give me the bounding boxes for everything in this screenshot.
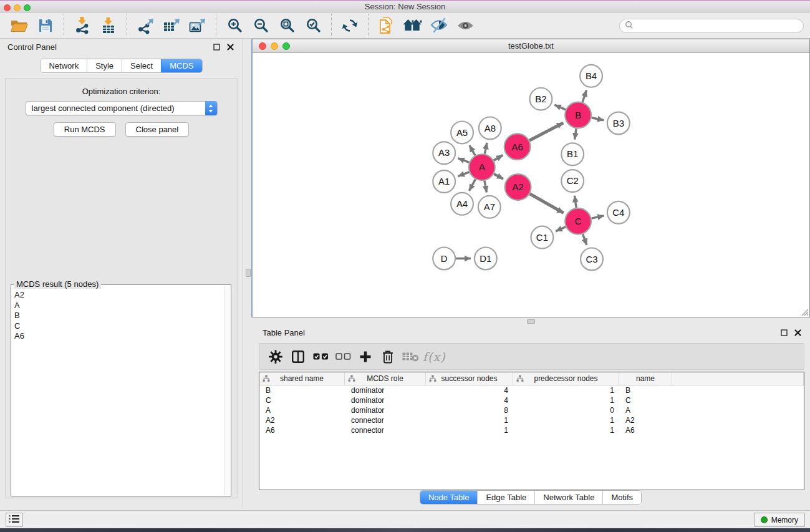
graph-edge-B-B2[interactable] (554, 105, 566, 110)
close-panel-button[interactable]: Close panel (125, 122, 190, 137)
graph-node-A4[interactable]: A4 (451, 193, 473, 215)
save-icon[interactable] (34, 14, 57, 37)
search-field[interactable] (619, 19, 804, 33)
open-folder-icon[interactable] (8, 14, 31, 37)
table-cell[interactable] (672, 385, 804, 395)
mcds-result-item[interactable]: A6 (14, 331, 223, 342)
graph-edge-A-A7[interactable] (485, 181, 487, 193)
zoom-selected-icon[interactable] (302, 14, 324, 37)
minimize-window-button[interactable] (14, 4, 21, 11)
graph-edge-A-A6[interactable] (494, 155, 503, 160)
network-file-icon[interactable] (375, 14, 398, 37)
table-cell[interactable]: 0 (513, 405, 619, 415)
graph-edge-A-A1[interactable] (458, 172, 470, 177)
table-cell[interactable]: B (259, 385, 345, 395)
graph-node-B2[interactable]: B2 (530, 88, 552, 110)
table-cell[interactable]: dominator (345, 385, 426, 395)
graph-edge-A-A2[interactable] (494, 174, 503, 179)
gear-icon[interactable] (266, 347, 286, 367)
memory-button[interactable]: Memory (754, 513, 805, 527)
float-panel-icon[interactable] (212, 42, 221, 52)
eye-slash-icon[interactable] (428, 14, 450, 37)
tab-mcds[interactable]: MCDS (161, 59, 201, 72)
graph-edge-C-C3[interactable] (583, 234, 587, 245)
close-table-panel-icon[interactable] (793, 328, 803, 337)
graph-node-B1[interactable]: B1 (561, 143, 584, 165)
graph-edge-B-B3[interactable] (592, 118, 604, 120)
uncheck-pair-icon[interactable] (333, 347, 353, 367)
table-cell[interactable] (672, 425, 804, 435)
optimization-criterion-dropdown[interactable]: largest connected component (directed) (26, 101, 218, 115)
table-row[interactable]: A2connector11A2 (259, 415, 804, 425)
graph-edge-C-C2[interactable] (574, 196, 576, 208)
column-header-shared-name[interactable]: shared name (259, 372, 345, 385)
check-pair-icon[interactable] (311, 347, 330, 367)
graph-edge-A-A3[interactable] (458, 158, 470, 163)
table-row[interactable]: A6connector11A6 (259, 425, 804, 435)
tab-style[interactable]: Style (87, 59, 122, 72)
column-header-name[interactable]: name (619, 372, 672, 385)
tab-edge-table[interactable]: Edge Table (477, 491, 534, 504)
tab-motifs[interactable]: Motifs (602, 491, 641, 504)
graph-node-C3[interactable]: C3 (581, 248, 603, 271)
zoom-window-button[interactable] (24, 4, 31, 11)
graph-node-B4[interactable]: B4 (580, 65, 602, 87)
graph-node-A5[interactable]: A5 (451, 121, 473, 143)
close-window-button[interactable] (4, 4, 11, 11)
table-cell[interactable]: A (259, 405, 345, 415)
table-row[interactable]: Cdominator41C (259, 395, 804, 405)
tab-network-table[interactable]: Network Table (534, 491, 602, 504)
graph-node-A1[interactable]: A1 (433, 170, 455, 193)
table-cell[interactable]: 1 (426, 415, 513, 425)
horizontal-splitter-handle[interactable] (527, 319, 535, 324)
column-header-MCDS-role[interactable]: MCDS role (345, 372, 426, 385)
float-table-panel-icon[interactable] (779, 328, 789, 337)
table-cell[interactable]: B (619, 385, 672, 395)
column-header-predecessor-nodes[interactable]: predecessor nodes (513, 372, 619, 385)
graph-node-C4[interactable]: C4 (607, 201, 630, 224)
graph-node-B[interactable]: B (565, 102, 591, 128)
graph-node-A2[interactable]: A2 (505, 174, 531, 200)
mcds-result-item[interactable]: B (14, 311, 223, 321)
table-cell[interactable]: 1 (513, 395, 619, 405)
graph-edge-A-A4[interactable] (469, 179, 475, 190)
network-canvas[interactable]: AA1A2A3A4A5A6A7A8BB1B2B3B4CC1C2C3C4DD1 (253, 54, 809, 317)
zoom-fit-icon[interactable] (276, 14, 298, 37)
export-table-icon[interactable] (160, 14, 183, 37)
graph-node-C[interactable]: C (565, 208, 591, 235)
table-cell[interactable] (672, 415, 804, 425)
graph-node-C2[interactable]: C2 (561, 170, 584, 192)
table-cell[interactable]: connector (345, 425, 426, 435)
graph-node-A[interactable]: A (469, 154, 495, 180)
table-cell[interactable]: 4 (426, 395, 513, 405)
table-cell[interactable] (672, 395, 804, 405)
graph-edge-B-B1[interactable] (575, 128, 576, 139)
graph-edge-C-C1[interactable] (556, 227, 566, 231)
zoom-in-icon[interactable] (223, 14, 246, 37)
import-table-icon[interactable] (97, 14, 120, 37)
graph-node-D1[interactable]: D1 (475, 248, 497, 270)
mcds-result-item[interactable]: C (14, 321, 223, 332)
graph-node-A8[interactable]: A8 (479, 117, 501, 140)
table-cell[interactable]: 4 (426, 385, 513, 395)
table-cell[interactable]: 8 (426, 405, 513, 415)
network-close-button[interactable] (259, 42, 266, 50)
tab-node-table[interactable]: Node Table (420, 491, 478, 504)
graph-node-A3[interactable]: A3 (433, 142, 455, 164)
houses-icon[interactable] (402, 14, 424, 37)
table-row[interactable]: Bdominator41B (259, 385, 804, 395)
graph-edge-A-A8[interactable] (485, 143, 487, 154)
graph-node-C1[interactable]: C1 (531, 226, 554, 249)
trash-icon[interactable] (378, 347, 398, 367)
tab-network[interactable]: Network (41, 59, 87, 72)
result-scrollbar[interactable] (224, 286, 230, 495)
resize-grip-icon[interactable] (800, 307, 809, 316)
search-input[interactable] (636, 22, 798, 31)
mcds-result-item[interactable]: A (14, 301, 223, 311)
column-header-successor-nodes[interactable]: successor nodes (426, 372, 513, 385)
table-cell[interactable]: C (259, 395, 345, 405)
table-cell[interactable]: connector (345, 415, 426, 425)
graph-edge-A2-C[interactable] (530, 194, 564, 213)
table-cell[interactable]: 1 (513, 425, 619, 435)
table-cell[interactable]: A2 (259, 415, 345, 425)
